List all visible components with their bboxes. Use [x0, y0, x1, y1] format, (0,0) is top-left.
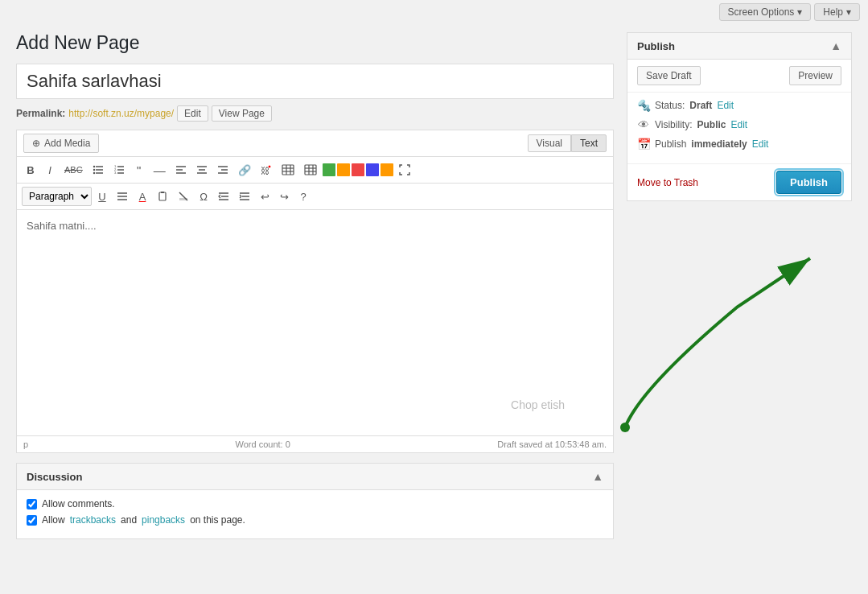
trackbacks-link[interactable]: trackbacks	[70, 514, 116, 526]
page-title: Add New Page	[16, 32, 614, 54]
allow-trackbacks-label: Allow	[42, 514, 65, 526]
strikethrough-button[interactable]: ABC	[60, 160, 87, 179]
svg-rect-38	[161, 192, 164, 193]
sidebar: Publish ▲ Save Draft Preview 🔩 Status: D…	[627, 32, 852, 539]
indent-button[interactable]	[235, 187, 254, 206]
save-draft-button[interactable]: Save Draft	[637, 66, 701, 85]
draft-saved-status: Draft saved at 10:53:48 am.	[497, 439, 607, 449]
svg-rect-37	[159, 192, 166, 200]
outdent-button[interactable]	[214, 187, 233, 206]
svg-rect-29	[305, 165, 316, 175]
remove-link-button[interactable]: ⛓	[257, 160, 276, 179]
permalink-edit-button[interactable]: Edit	[177, 105, 208, 122]
word-count-label: Word count:	[236, 439, 283, 449]
help-label: Help	[823, 6, 843, 18]
visibility-row: 👁 Visibility: Public Edit	[637, 118, 841, 131]
discussion-content: Allow comments. Allow trackbacks and pin…	[17, 490, 613, 538]
toolbar-row2: Paragraph U A Ω	[17, 184, 613, 210]
word-count-row: Word count: 0	[236, 439, 290, 449]
media-icon-red[interactable]	[352, 163, 364, 176]
italic-button[interactable]: I	[41, 160, 59, 179]
allow-comments-checkbox[interactable]	[27, 499, 37, 509]
insert-table-button[interactable]	[278, 160, 298, 179]
unordered-list-button[interactable]	[88, 160, 108, 179]
align-right-button[interactable]	[213, 160, 232, 179]
screen-options-button[interactable]: Screen Options ▾	[719, 3, 812, 21]
media-icon-orange2[interactable]	[381, 163, 393, 176]
underline-button[interactable]: U	[93, 187, 111, 206]
justify-button[interactable]	[113, 187, 132, 206]
publish-date-edit-link[interactable]: Edit	[752, 138, 769, 150]
allow-comments-row: Allow comments.	[27, 498, 603, 509]
add-media-button[interactable]: ⊕ Add Media	[23, 134, 99, 153]
media-icon-blue[interactable]	[366, 163, 379, 176]
media-icon-green[interactable]	[323, 163, 335, 176]
discussion-header: Discussion ▲	[17, 464, 613, 490]
editor-top-bar: ⊕ Add Media Visual Text	[17, 130, 613, 157]
status-edit-link[interactable]: Edit	[717, 100, 734, 111]
font-color-button[interactable]: A	[134, 187, 151, 206]
visibility-label: Visibility:	[655, 119, 692, 130]
visibility-value: Public	[697, 119, 726, 130]
publish-box-title: Publish	[637, 40, 675, 52]
permalink-url[interactable]: http://soft.zn.uz/mypage/	[68, 108, 174, 119]
status-row: 🔩 Status: Draft Edit	[637, 99, 841, 112]
svg-text:3.: 3.	[114, 171, 117, 175]
status-value: Draft	[689, 100, 712, 111]
publish-box: Publish ▲ Save Draft Preview 🔩 Status: D…	[627, 32, 852, 201]
redo-button[interactable]: ↪	[275, 187, 293, 206]
permalink-row: Permalink: http://soft.zn.uz/mypage/ Edi…	[16, 105, 614, 122]
visibility-edit-link[interactable]: Edit	[730, 119, 747, 130]
bold-button[interactable]: B	[22, 160, 39, 179]
fullscreen-button[interactable]	[395, 160, 414, 179]
discussion-collapse-icon[interactable]: ▲	[592, 470, 603, 483]
svg-point-5	[93, 172, 94, 174]
editor-footer: p Word count: 0 Draft saved at 10:53:48 …	[17, 435, 613, 452]
move-to-trash-link[interactable]: Move to Trash	[637, 177, 698, 188]
media-icon-orange[interactable]	[337, 163, 350, 176]
view-page-button[interactable]: View Page	[212, 105, 272, 122]
clear-formatting-button[interactable]	[174, 187, 193, 206]
text-tab[interactable]: Text	[571, 134, 607, 152]
blockquote-button[interactable]: "	[130, 160, 148, 179]
and-label: and	[121, 514, 137, 526]
insert-link-button[interactable]: 🔗	[234, 160, 255, 179]
editor-path: p	[23, 439, 28, 449]
kitchensink-button[interactable]	[300, 160, 321, 179]
chop-etish-label: Chop etish	[511, 398, 565, 411]
align-center-button[interactable]	[192, 160, 212, 179]
pingbacks-link[interactable]: pingbacks	[142, 514, 185, 526]
align-left-button[interactable]	[171, 160, 191, 179]
main-content-area: Add New Page Permalink: http://soft.zn.u…	[16, 32, 614, 539]
publish-date-row: 📅 Publish immediately Edit	[637, 138, 841, 151]
on-page-label: on this page.	[190, 514, 245, 526]
publish-header: Publish ▲	[627, 33, 851, 60]
permalink-label: Permalink:	[16, 108, 65, 119]
horizontal-rule-button[interactable]: —	[150, 160, 170, 179]
visual-tab[interactable]: Visual	[528, 134, 571, 152]
view-toggle: Visual Text	[528, 134, 607, 152]
svg-point-4	[93, 169, 94, 171]
paragraph-select[interactable]: Paragraph	[22, 187, 92, 206]
publish-meta: 🔩 Status: Draft Edit 👁 Visibility: Publi…	[627, 93, 851, 163]
page-title-input[interactable]	[16, 64, 614, 99]
allow-trackbacks-checkbox[interactable]	[27, 515, 37, 526]
ordered-list-button[interactable]: 1.2.3.	[109, 160, 129, 179]
undo-button[interactable]: ↩	[256, 187, 274, 206]
publish-actions: Save Draft Preview	[627, 60, 851, 93]
special-chars-button[interactable]: Ω	[195, 187, 212, 206]
status-icon: 🔩	[637, 99, 650, 112]
help-editor-button[interactable]: ?	[294, 187, 312, 206]
editor-body[interactable]: Sahifa matni.... Chop etish	[17, 210, 613, 435]
help-chevron-icon: ▾	[846, 6, 851, 18]
publish-collapse-icon[interactable]: ▲	[830, 39, 841, 52]
help-button[interactable]: Help ▾	[814, 3, 860, 21]
allow-comments-label: Allow comments.	[42, 498, 115, 509]
allow-trackbacks-row: Allow trackbacks and pingbacks on this p…	[27, 514, 603, 526]
preview-button[interactable]: Preview	[789, 66, 841, 85]
toolbar-row1: B I ABC 1.2.3. " —	[17, 157, 613, 184]
visibility-icon: 👁	[637, 118, 650, 131]
paste-text-button[interactable]	[153, 187, 172, 206]
publish-date-icon: 📅	[637, 138, 650, 151]
publish-button[interactable]: Publish	[776, 171, 841, 194]
